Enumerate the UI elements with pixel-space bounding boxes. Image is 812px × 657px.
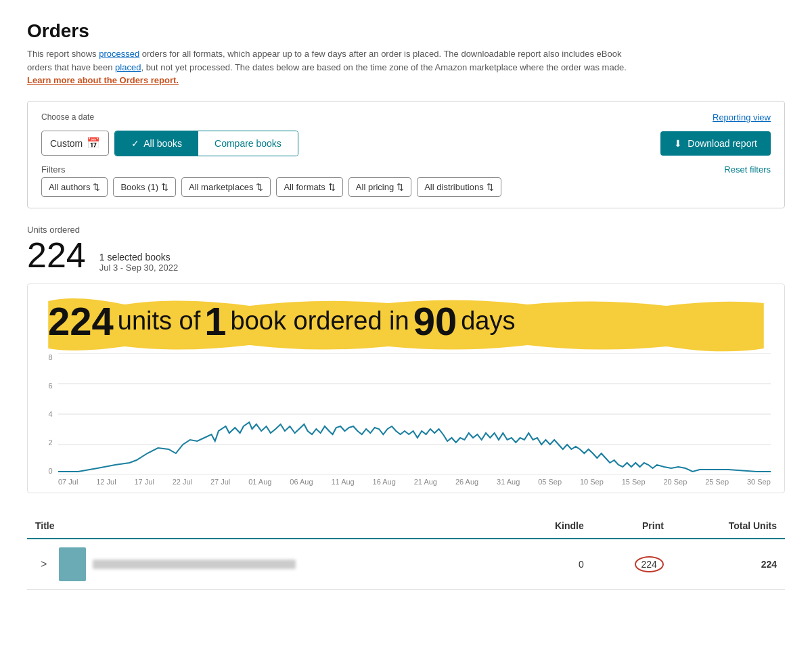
col-print-header: Print bbox=[592, 514, 672, 539]
reset-filters-link[interactable]: Reset filters bbox=[724, 164, 771, 175]
download-icon: ⬇ bbox=[674, 138, 682, 149]
table-cell-kindle: 0 bbox=[513, 539, 592, 590]
filter-all-formats[interactable]: All formats ⇅ bbox=[276, 177, 342, 197]
chevron-icon: ⇅ bbox=[397, 182, 404, 192]
x-axis-labels: 07 Jul 12 Jul 17 Jul 22 Jul 27 Jul 01 Au… bbox=[58, 478, 771, 486]
table-cell-total: 224 bbox=[672, 539, 785, 590]
download-report-button[interactable]: ⬇ Download report bbox=[660, 131, 771, 156]
tab-all-books[interactable]: ✓ All books bbox=[115, 131, 198, 156]
filter-all-authors[interactable]: All authors ⇅ bbox=[41, 177, 108, 197]
page-description: This report shows processed orders for a… bbox=[27, 47, 636, 87]
stats-section: Units ordered 224 1 selected books Jul 3… bbox=[27, 225, 785, 273]
chevron-icon: ⇅ bbox=[161, 182, 168, 192]
print-circled-value: 224 bbox=[635, 556, 664, 572]
date-book-row: Custom 📅 ✓ All books Compare books ⬇ Dow… bbox=[41, 131, 771, 156]
filters-row: All authors ⇅ Books (1) ⇅ All marketplac… bbox=[41, 177, 771, 197]
stats-row: 224 1 selected books Jul 3 - Sep 30, 202… bbox=[27, 237, 785, 273]
stats-detail: 1 selected books Jul 3 - Sep 30, 2022 bbox=[99, 252, 178, 273]
row-expand-button[interactable]: > bbox=[35, 556, 52, 573]
filter-books[interactable]: Books (1) ⇅ bbox=[113, 177, 176, 197]
data-table: Title Kindle Print Total Units > 0 bbox=[27, 514, 785, 590]
book-thumbnail bbox=[59, 547, 86, 581]
chevron-icon: ⇅ bbox=[93, 182, 100, 192]
table-cell-title: > bbox=[27, 539, 513, 590]
table-cell-print: 224 bbox=[592, 539, 672, 590]
big-number: 224 bbox=[27, 237, 86, 273]
annotation-text: 224 units of 1 book ordered in 90 days bbox=[41, 291, 771, 348]
controls-box: Choose a date Reporting view Custom 📅 ✓ … bbox=[27, 101, 785, 208]
filter-all-distributions[interactable]: All distributions ⇅ bbox=[417, 177, 501, 197]
chart-area: 0 2 4 6 8 bbox=[28, 353, 784, 493]
chart-container: 224 units of 1 book ordered in 90 days 0… bbox=[27, 284, 785, 493]
choose-date-label: Choose a date bbox=[41, 112, 94, 122]
calendar-icon: 📅 bbox=[87, 137, 100, 150]
controls-top-row: Choose a date Reporting view bbox=[41, 112, 771, 122]
col-kindle-header: Kindle bbox=[513, 514, 592, 539]
filter-all-pricing[interactable]: All pricing ⇅ bbox=[348, 177, 411, 197]
checkmark-icon: ✓ bbox=[131, 138, 139, 149]
table-header-row: Title Kindle Print Total Units bbox=[27, 514, 785, 539]
table-row: > 0 224 224 bbox=[27, 539, 785, 590]
col-title-header: Title bbox=[27, 514, 513, 539]
tab-compare-books[interactable]: Compare books bbox=[198, 131, 298, 156]
date-range: Jul 3 - Sep 30, 2022 bbox=[99, 263, 178, 273]
book-tabs: ✓ All books Compare books bbox=[114, 131, 298, 156]
processed-link[interactable]: processed bbox=[99, 49, 139, 59]
page-title: Orders bbox=[27, 20, 785, 42]
col-total-header: Total Units bbox=[672, 514, 785, 539]
blurred-book-title bbox=[93, 560, 296, 569]
placed-link[interactable]: placed bbox=[115, 62, 141, 72]
filters-label: Filters bbox=[41, 164, 65, 175]
filter-all-marketplaces[interactable]: All marketplaces ⇅ bbox=[181, 177, 271, 197]
custom-date-button[interactable]: Custom 📅 bbox=[41, 131, 109, 156]
reporting-view-link[interactable]: Reporting view bbox=[713, 112, 771, 122]
chevron-icon: ⇅ bbox=[328, 182, 336, 192]
custom-label: Custom bbox=[50, 138, 83, 149]
learn-more-link[interactable]: Learn more about the Orders report. bbox=[27, 75, 179, 85]
chevron-icon: ⇅ bbox=[487, 182, 494, 192]
selected-books-count: 1 selected books bbox=[99, 252, 178, 263]
chevron-icon: ⇅ bbox=[256, 182, 263, 192]
units-ordered-label: Units ordered bbox=[27, 225, 785, 235]
